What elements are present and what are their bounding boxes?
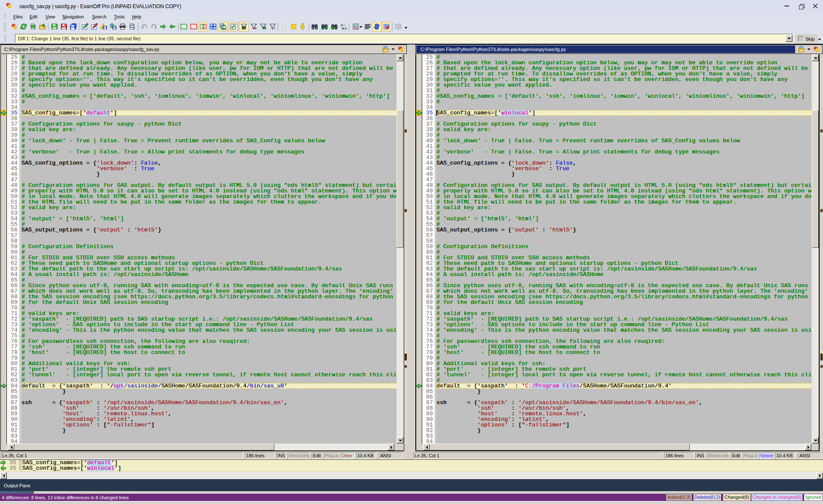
svg-text:A: A <box>341 24 343 27</box>
svg-text:B: B <box>345 27 347 30</box>
svg-text:B: B <box>343 24 345 27</box>
